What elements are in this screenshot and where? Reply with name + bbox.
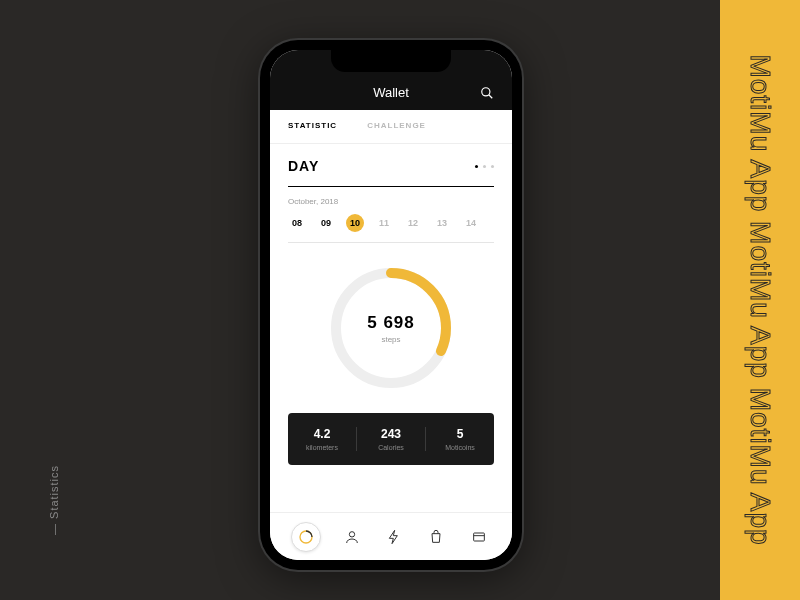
- stat-coin-label: Moticoins: [426, 444, 494, 451]
- thin-divider: [288, 242, 494, 243]
- main-content: DAY October, 2018 08 09 10 11 12 13 14: [270, 144, 512, 479]
- dot-1: [483, 165, 486, 168]
- brand-text: MotiMu App MotiMu App MotiMu App: [744, 54, 776, 545]
- stats-icon: [298, 529, 314, 545]
- period-row: DAY: [288, 158, 494, 174]
- tab-challenge[interactable]: CHALLENGE: [367, 121, 426, 132]
- bottom-nav: [270, 512, 512, 560]
- nav-energy[interactable]: [382, 525, 406, 549]
- day-12[interactable]: 12: [404, 218, 422, 228]
- phone-frame: Wallet STATISTIC CHALLENGE DAY October, …: [260, 40, 522, 570]
- stat-cal-label: Calories: [357, 444, 425, 451]
- progress-ring: 5 698 steps: [326, 263, 456, 393]
- day-08[interactable]: 08: [288, 218, 306, 228]
- page-side-label: — Statistics: [48, 465, 60, 535]
- day-14[interactable]: 14: [462, 218, 480, 228]
- brand-band: MotiMu App MotiMu App MotiMu App: [720, 0, 800, 600]
- search-icon[interactable]: [480, 86, 494, 100]
- svg-line-1: [489, 95, 493, 99]
- header-title: Wallet: [373, 85, 409, 100]
- progress-ring-wrap: 5 698 steps: [288, 263, 494, 393]
- stat-kilometers: 4.2 kilometers: [288, 427, 357, 451]
- nav-shop[interactable]: [424, 525, 448, 549]
- stats-bar: 4.2 kilometers 243 Calories 5 Moticoins: [288, 413, 494, 465]
- nav-profile[interactable]: [340, 525, 364, 549]
- phone-screen: Wallet STATISTIC CHALLENGE DAY October, …: [270, 50, 512, 560]
- stat-moticoins: 5 Moticoins: [426, 427, 494, 451]
- steps-label: steps: [381, 335, 400, 344]
- stat-km-value: 4.2: [288, 427, 356, 441]
- divider: [288, 186, 494, 187]
- day-11[interactable]: 11: [375, 218, 393, 228]
- wallet-icon: [471, 529, 487, 545]
- dot-2: [491, 165, 494, 168]
- period-label: DAY: [288, 158, 319, 174]
- svg-point-0: [482, 88, 490, 96]
- stat-cal-value: 243: [357, 427, 425, 441]
- day-10[interactable]: 10: [346, 214, 364, 232]
- stat-coin-value: 5: [426, 427, 494, 441]
- day-13[interactable]: 13: [433, 218, 451, 228]
- stat-calories: 243 Calories: [357, 427, 426, 451]
- month-label: October, 2018: [288, 197, 494, 206]
- nav-stats[interactable]: [291, 522, 321, 552]
- day-picker: 08 09 10 11 12 13 14: [288, 214, 494, 232]
- profile-icon: [344, 529, 360, 545]
- svg-point-5: [349, 531, 354, 536]
- dot-0: [475, 165, 478, 168]
- steps-value: 5 698: [367, 313, 415, 333]
- lightning-icon: [386, 529, 402, 545]
- tab-bar: STATISTIC CHALLENGE: [270, 110, 512, 144]
- nav-wallet[interactable]: [467, 525, 491, 549]
- svg-rect-6: [473, 533, 484, 541]
- ring-center: 5 698 steps: [326, 263, 456, 393]
- bag-icon: [428, 529, 444, 545]
- page-dots[interactable]: [475, 165, 494, 168]
- stat-km-label: kilometers: [288, 444, 356, 451]
- day-09[interactable]: 09: [317, 218, 335, 228]
- phone-notch: [331, 50, 451, 72]
- tab-statistic[interactable]: STATISTIC: [288, 121, 337, 132]
